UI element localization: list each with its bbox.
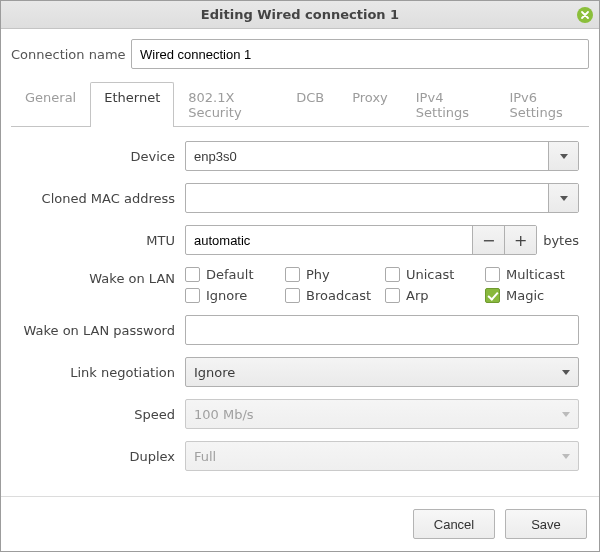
wol-broadcast-label: Broadcast	[306, 288, 371, 303]
link-negotiation-label: Link negotiation	[21, 365, 185, 380]
wol-default[interactable]: Default	[185, 267, 279, 282]
mtu-row: MTU − + bytes	[21, 225, 579, 255]
wol-unicast-label: Unicast	[406, 267, 454, 282]
duplex-row: Duplex Full	[21, 441, 579, 471]
device-input[interactable]	[186, 142, 548, 170]
device-row: Device	[21, 141, 579, 171]
mtu-spinner[interactable]: − +	[185, 225, 537, 255]
mtu-unit: bytes	[543, 233, 579, 248]
tab-ethernet[interactable]: Ethernet	[90, 82, 174, 127]
wol-multicast-checkbox[interactable]	[485, 267, 500, 282]
device-combo[interactable]	[185, 141, 579, 171]
wol-ignore-label: Ignore	[206, 288, 247, 303]
device-label: Device	[21, 149, 185, 164]
ethernet-panel: Device Cloned MAC address	[11, 127, 589, 496]
tab-proxy[interactable]: Proxy	[338, 82, 402, 127]
dialog-footer: Cancel Save	[1, 496, 599, 551]
mtu-increment-button[interactable]: +	[504, 226, 536, 254]
wol-multicast[interactable]: Multicast	[485, 267, 579, 282]
wol-magic-checkbox[interactable]	[485, 288, 500, 303]
link-negotiation-row: Link negotiation Ignore	[21, 357, 579, 387]
wol-unicast[interactable]: Unicast	[385, 267, 479, 282]
wol-phy-checkbox[interactable]	[285, 267, 300, 282]
wol-unicast-checkbox[interactable]	[385, 267, 400, 282]
wol-arp[interactable]: Arp	[385, 288, 479, 303]
chevron-down-icon	[562, 370, 570, 375]
wol-default-label: Default	[206, 267, 254, 282]
speed-select: 100 Mb/s	[185, 399, 579, 429]
speed-row: Speed 100 Mb/s	[21, 399, 579, 429]
connection-name-label: Connection name	[11, 47, 131, 62]
duplex-label: Duplex	[21, 449, 185, 464]
minus-icon: −	[482, 231, 495, 250]
speed-label: Speed	[21, 407, 185, 422]
close-icon	[580, 10, 590, 20]
chevron-down-icon	[562, 454, 570, 459]
tabs: General Ethernet 802.1X Security DCB Pro…	[11, 81, 589, 127]
content-area: Connection name General Ethernet 802.1X …	[1, 29, 599, 496]
mtu-label: MTU	[21, 233, 185, 248]
wol-arp-label: Arp	[406, 288, 429, 303]
wol-phy-label: Phy	[306, 267, 330, 282]
cloned-mac-combo[interactable]	[185, 183, 579, 213]
wol-broadcast-checkbox[interactable]	[285, 288, 300, 303]
cloned-mac-row: Cloned MAC address	[21, 183, 579, 213]
tab-dcb[interactable]: DCB	[282, 82, 338, 127]
wol-ignore-checkbox[interactable]	[185, 288, 200, 303]
wol-broadcast[interactable]: Broadcast	[285, 288, 379, 303]
wol-magic-label: Magic	[506, 288, 544, 303]
wol-label: Wake on LAN	[21, 267, 185, 286]
wol-multicast-label: Multicast	[506, 267, 565, 282]
chevron-down-icon	[562, 412, 570, 417]
window-title: Editing Wired connection 1	[201, 7, 399, 22]
cloned-mac-label: Cloned MAC address	[21, 191, 185, 206]
wol-ignore[interactable]: Ignore	[185, 288, 279, 303]
chevron-down-icon	[560, 154, 568, 159]
wol-options: Default Phy Unicast Multicast Ignore Bro…	[185, 267, 579, 303]
wol-arp-checkbox[interactable]	[385, 288, 400, 303]
wol-default-checkbox[interactable]	[185, 267, 200, 282]
plus-icon: +	[514, 231, 527, 250]
cloned-mac-dropdown-button[interactable]	[548, 184, 578, 212]
close-button[interactable]	[577, 7, 593, 23]
wol-magic[interactable]: Magic	[485, 288, 579, 303]
wol-password-row: Wake on LAN password	[21, 315, 579, 345]
tab-general[interactable]: General	[11, 82, 90, 127]
titlebar: Editing Wired connection 1	[1, 1, 599, 29]
link-negotiation-select[interactable]: Ignore	[185, 357, 579, 387]
speed-value: 100 Mb/s	[194, 407, 254, 422]
mtu-decrement-button[interactable]: −	[472, 226, 504, 254]
tab-ipv6-settings[interactable]: IPv6 Settings	[495, 82, 589, 127]
mtu-input[interactable]	[186, 226, 472, 254]
wol-password-label: Wake on LAN password	[21, 323, 185, 338]
wol-row: Wake on LAN Default Phy Unicast Multicas…	[21, 267, 579, 303]
editor-window: Editing Wired connection 1 Connection na…	[0, 0, 600, 552]
duplex-value: Full	[194, 449, 216, 464]
device-dropdown-button[interactable]	[548, 142, 578, 170]
connection-name-row: Connection name	[11, 39, 589, 69]
tab-ipv4-settings[interactable]: IPv4 Settings	[402, 82, 496, 127]
tab-8021x-security[interactable]: 802.1X Security	[174, 82, 282, 127]
cancel-button[interactable]: Cancel	[413, 509, 495, 539]
cloned-mac-input[interactable]	[186, 184, 548, 212]
wol-phy[interactable]: Phy	[285, 267, 379, 282]
wol-password-input[interactable]	[185, 315, 579, 345]
chevron-down-icon	[560, 196, 568, 201]
connection-name-input[interactable]	[131, 39, 589, 69]
duplex-select: Full	[185, 441, 579, 471]
link-negotiation-value: Ignore	[194, 365, 235, 380]
save-button[interactable]: Save	[505, 509, 587, 539]
